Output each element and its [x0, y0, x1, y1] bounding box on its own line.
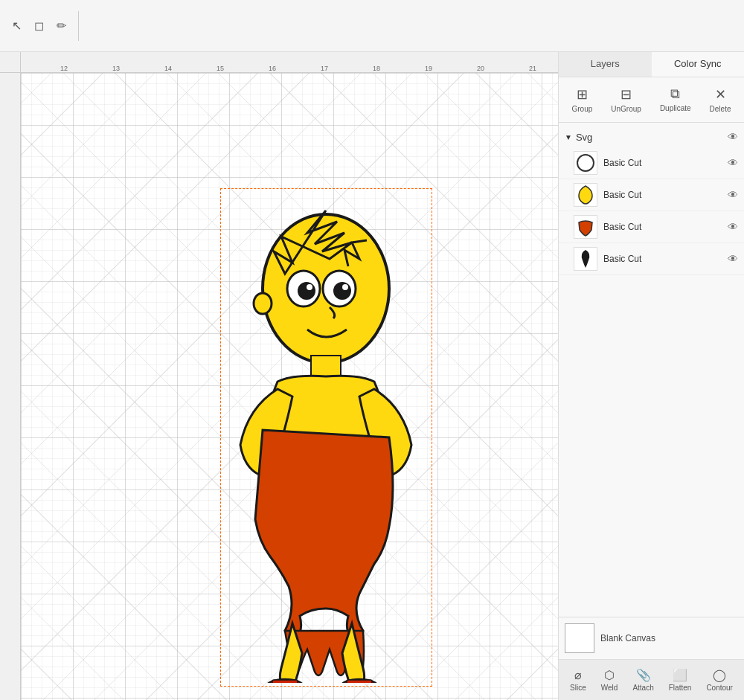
ruler-tick-13: 13 — [112, 65, 120, 72]
blank-canvas-thumb — [565, 623, 594, 653]
ruler-tick-12: 12 — [60, 65, 68, 72]
top-toolbar: ↖ ◻ ✏ — [0, 0, 744, 52]
layer-visibility-2[interactable]: 👁 — [728, 189, 738, 201]
toolbar-tool-2[interactable]: ◻ — [30, 16, 48, 36]
ruler-left — [0, 73, 21, 700]
attach-label: Attach — [632, 684, 653, 692]
ungroup-icon: ⊟ — [620, 86, 632, 103]
layer-thumb-2 — [574, 183, 597, 207]
group-label: Group — [572, 105, 593, 113]
duplicate-label: Duplicate — [660, 104, 691, 112]
slice-button[interactable]: ⌀ Slice — [566, 666, 590, 694]
ruler-tick-17: 17 — [321, 65, 328, 72]
ungroup-label: UnGroup — [611, 105, 641, 113]
layer-thumb-3 — [574, 215, 597, 239]
right-panel: Layers Color Sync ⊞ Group ⊟ UnGroup ⧉ Du… — [558, 52, 744, 700]
layer-label-4: Basic Cut — [603, 254, 722, 264]
flatten-button[interactable]: ⬜ Flatten — [665, 666, 696, 694]
svg-rect-18 — [347, 680, 372, 683]
ruler-tick-20: 20 — [477, 65, 484, 72]
ruler-top: 12 13 14 15 16 17 18 19 20 21 — [21, 52, 558, 73]
svg-rect-17 — [272, 680, 298, 683]
svg-point-19 — [577, 155, 594, 171]
layer-item-4[interactable]: Basic Cut 👁 — [559, 243, 744, 275]
contour-label: Contour — [706, 684, 733, 692]
svg-point-4 — [298, 282, 315, 300]
delete-button[interactable]: ✕ Delete — [704, 83, 737, 116]
svg-visibility-icon[interactable]: 👁 — [728, 131, 738, 143]
group-icon: ⊞ — [577, 86, 588, 103]
layer-visibility-4[interactable]: 👁 — [728, 253, 738, 265]
contour-button[interactable]: ◯ Contour — [702, 666, 737, 694]
flatten-icon: ⬜ — [673, 668, 687, 682]
toolbar-tool-3[interactable]: ✏ — [52, 16, 71, 36]
attach-icon: 📎 — [636, 668, 651, 682]
tab-layers[interactable]: Layers — [559, 52, 652, 77]
flatten-label: Flatten — [669, 684, 692, 692]
svg-point-7 — [342, 284, 348, 290]
layer-item-3[interactable]: Basic Cut 👁 — [559, 211, 744, 243]
delete-icon: ✕ — [715, 86, 726, 103]
weld-label: Weld — [601, 684, 618, 692]
svg-point-6 — [307, 284, 312, 290]
svg-point-8 — [254, 293, 272, 314]
blank-canvas-row[interactable]: Blank Canvas — [559, 617, 744, 659]
layer-label-2: Basic Cut — [603, 190, 722, 200]
ruler-tick-21: 21 — [529, 65, 536, 72]
ruler-tick-16: 16 — [269, 65, 276, 72]
divider-1 — [78, 11, 79, 41]
layer-item-2[interactable]: Basic Cut 👁 — [559, 179, 744, 211]
blank-canvas-label: Blank Canvas — [600, 633, 655, 643]
layer-visibility-1[interactable]: 👁 — [728, 157, 738, 169]
layer-group-svg[interactable]: ▼ Svg 👁 — [559, 126, 744, 147]
ruler-tick-18: 18 — [373, 65, 380, 72]
ruler-tick-14: 14 — [164, 65, 172, 72]
layer-label-1: Basic Cut — [603, 158, 722, 168]
panel-tabs: Layers Color Sync — [559, 52, 744, 77]
layer-item-1[interactable]: Basic Cut 👁 — [559, 147, 744, 179]
slice-label: Slice — [570, 684, 586, 692]
layer-thumb-4 — [574, 247, 597, 271]
pointer-icon: ↖ — [12, 19, 22, 33]
delete-label: Delete — [710, 105, 731, 113]
main-area: 12 13 14 15 16 17 18 19 20 21 — [0, 52, 744, 700]
bottom-actions: ⌀ Slice ⬡ Weld 📎 Attach ⬜ Flatten ◯ Cont… — [559, 659, 744, 700]
ruler-corner — [0, 52, 21, 73]
duplicate-button[interactable]: ⧉ Duplicate — [654, 83, 697, 116]
pencil-icon: ✏ — [57, 19, 66, 33]
duplicate-icon: ⧉ — [670, 86, 680, 102]
svg-group-label: Svg — [576, 132, 724, 143]
group-button[interactable]: ⊞ Group — [566, 83, 599, 116]
weld-icon: ⬡ — [604, 668, 615, 682]
canvas-content — [21, 73, 558, 700]
expand-arrow-icon: ▼ — [565, 133, 572, 141]
slice-icon: ⌀ — [574, 668, 582, 682]
ruler-tick-19: 19 — [425, 65, 432, 72]
tab-color-sync[interactable]: Color Sync — [652, 52, 745, 77]
layer-thumb-1 — [574, 151, 597, 175]
canvas-area[interactable]: 12 13 14 15 16 17 18 19 20 21 — [0, 52, 558, 700]
toolbar-tool-1[interactable]: ↖ — [7, 16, 26, 36]
svg-point-5 — [333, 282, 351, 300]
panel-icons-row: ⊞ Group ⊟ UnGroup ⧉ Duplicate ✕ Delete — [559, 77, 744, 123]
contour-icon: ◻ — [34, 19, 44, 33]
grid-canvas — [21, 73, 558, 700]
ungroup-button[interactable]: ⊟ UnGroup — [605, 83, 647, 116]
layer-label-3: Basic Cut — [603, 222, 722, 232]
ruler-tick-15: 15 — [217, 65, 224, 72]
lisa-simpson-image[interactable] — [222, 192, 430, 683]
layer-visibility-3[interactable]: 👁 — [728, 221, 738, 233]
contour-icon: ◯ — [713, 668, 726, 682]
attach-button[interactable]: 📎 Attach — [629, 666, 657, 694]
weld-button[interactable]: ⬡ Weld — [597, 666, 622, 694]
layers-panel: ▼ Svg 👁 Basic Cut 👁 — [559, 123, 744, 617]
